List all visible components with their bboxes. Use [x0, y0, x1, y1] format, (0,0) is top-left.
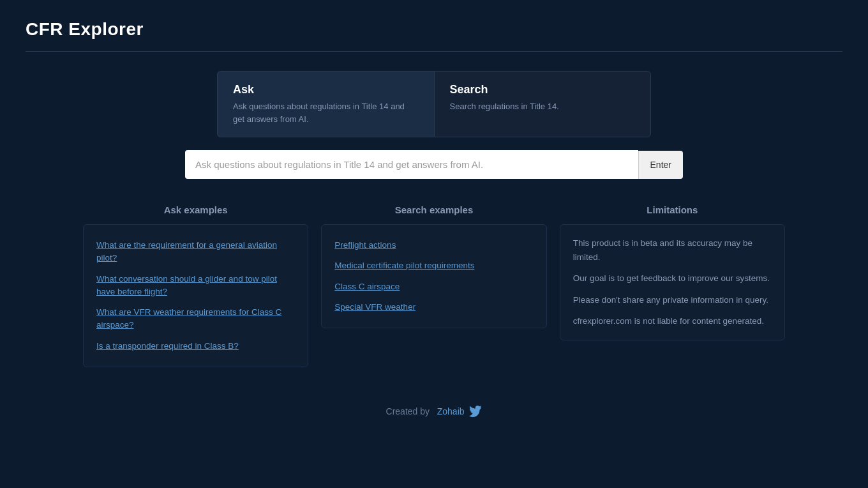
list-item: What are VFR weather requirements for Cl…: [96, 303, 295, 335]
ask-examples-list: What are the requirement for a general a…: [96, 236, 295, 355]
ask-example-link-3[interactable]: What are VFR weather requirements for Cl…: [96, 303, 295, 335]
ask-example-link-1[interactable]: What are the requirement for a general a…: [96, 236, 295, 268]
twitter-icon: [469, 406, 482, 418]
search-examples-column: Search examples Preflight actions Medica…: [321, 204, 546, 367]
list-item: Preflight actions: [334, 236, 533, 254]
search-enter-button[interactable]: Enter: [638, 151, 683, 179]
tab-search-description: Search regulations in Title 14.: [450, 100, 636, 113]
tab-ask[interactable]: Ask Ask questions about regulations in T…: [217, 71, 434, 137]
limitations-title: Limitations: [560, 204, 785, 215]
search-examples-box: Preflight actions Medical certificate pi…: [321, 224, 546, 328]
columns-container: Ask examples What are the requirement fo…: [83, 204, 785, 367]
tab-ask-title: Ask: [233, 83, 419, 96]
search-input[interactable]: [185, 150, 638, 179]
limitations-text: This product is in beta and its accuracy…: [573, 236, 772, 328]
ask-examples-column: Ask examples What are the requirement fo…: [83, 204, 308, 367]
search-example-link-2[interactable]: Medical certificate pilot requirements: [334, 257, 533, 275]
search-examples-list: Preflight actions Medical certificate pi…: [334, 236, 533, 316]
footer-created-by: Created by: [386, 406, 430, 416]
search-example-link-4[interactable]: Special VFR weather: [334, 298, 533, 316]
tabs-container: Ask Ask questions about regulations in T…: [217, 71, 651, 137]
limitation-item-1: This product is in beta and its accuracy…: [573, 236, 772, 264]
list-item: Is a transponder required in Class B?: [96, 337, 295, 355]
list-item: What conversation should a glider and to…: [96, 270, 295, 301]
limitations-column: Limitations This product is in beta and …: [560, 204, 785, 367]
search-example-link-3[interactable]: Class C airspace: [334, 278, 533, 296]
footer-twitter-link[interactable]: [467, 406, 482, 416]
footer-author-link[interactable]: Zohaib: [437, 406, 465, 416]
title-divider: [26, 51, 842, 52]
list-item: What are the requirement for a general a…: [96, 236, 295, 268]
limitations-box: This product is in beta and its accuracy…: [560, 224, 785, 340]
search-example-link-1[interactable]: Preflight actions: [334, 236, 533, 254]
search-examples-title: Search examples: [321, 204, 546, 215]
app-title: CFR Explorer: [26, 19, 842, 40]
list-item: Class C airspace: [334, 278, 533, 296]
limitation-item-2: Our goal is to get feedback to improve o…: [573, 271, 772, 286]
footer: Created by Zohaib: [26, 406, 842, 418]
tab-search-title: Search: [450, 83, 636, 96]
ask-example-link-2[interactable]: What conversation should a glider and to…: [96, 270, 295, 301]
list-item: Special VFR weather: [334, 298, 533, 316]
ask-examples-box: What are the requirement for a general a…: [83, 224, 308, 367]
list-item: Medical certificate pilot requirements: [334, 257, 533, 275]
limitation-item-3: Please don't share any private informati…: [573, 293, 772, 307]
tab-ask-description: Ask questions about regulations in Title…: [233, 100, 419, 125]
search-bar-container: Enter: [185, 150, 683, 179]
ask-example-link-4[interactable]: Is a transponder required in Class B?: [96, 337, 295, 355]
ask-examples-title: Ask examples: [83, 204, 308, 215]
limitation-item-4: cfrexplorer.com is not liable for conten…: [573, 314, 772, 328]
tab-search[interactable]: Search Search regulations in Title 14.: [434, 71, 652, 137]
